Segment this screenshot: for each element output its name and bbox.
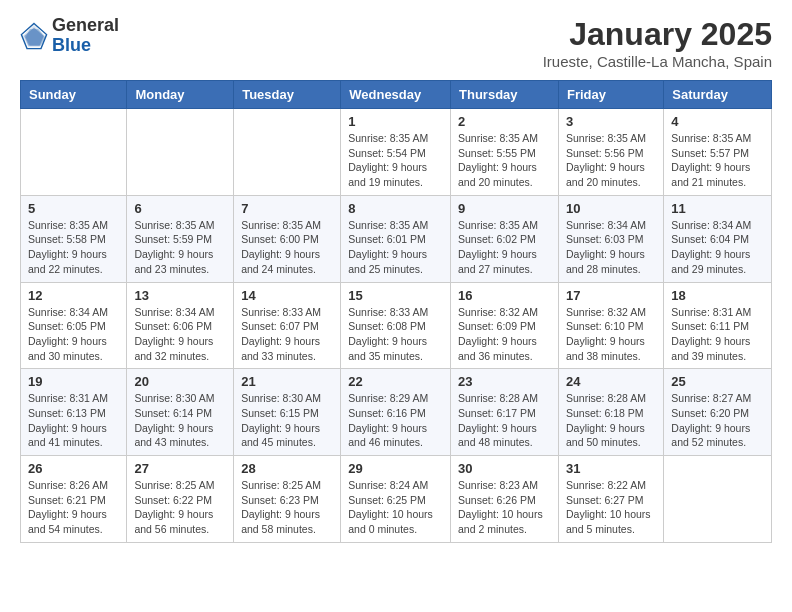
calendar-cell: 28Sunrise: 8:25 AM Sunset: 6:23 PM Dayli…: [234, 456, 341, 543]
weekday-header-monday: Monday: [127, 81, 234, 109]
calendar-cell: 31Sunrise: 8:22 AM Sunset: 6:27 PM Dayli…: [558, 456, 663, 543]
day-number: 21: [241, 374, 333, 389]
day-number: 15: [348, 288, 443, 303]
calendar-cell: 12Sunrise: 8:34 AM Sunset: 6:05 PM Dayli…: [21, 282, 127, 369]
day-info: Sunrise: 8:34 AM Sunset: 6:03 PM Dayligh…: [566, 218, 656, 277]
day-number: 1: [348, 114, 443, 129]
calendar-cell: 19Sunrise: 8:31 AM Sunset: 6:13 PM Dayli…: [21, 369, 127, 456]
page: General Blue January 2025 Irueste, Casti…: [0, 0, 792, 563]
day-info: Sunrise: 8:31 AM Sunset: 6:13 PM Dayligh…: [28, 391, 119, 450]
title-block: January 2025 Irueste, Castille-La Mancha…: [543, 16, 772, 70]
calendar-cell: 21Sunrise: 8:30 AM Sunset: 6:15 PM Dayli…: [234, 369, 341, 456]
calendar-cell: 8Sunrise: 8:35 AM Sunset: 6:01 PM Daylig…: [341, 195, 451, 282]
day-info: Sunrise: 8:35 AM Sunset: 5:55 PM Dayligh…: [458, 131, 551, 190]
calendar-cell: [234, 109, 341, 196]
day-info: Sunrise: 8:30 AM Sunset: 6:15 PM Dayligh…: [241, 391, 333, 450]
calendar-cell: 22Sunrise: 8:29 AM Sunset: 6:16 PM Dayli…: [341, 369, 451, 456]
weekday-header-row: SundayMondayTuesdayWednesdayThursdayFrid…: [21, 81, 772, 109]
day-info: Sunrise: 8:35 AM Sunset: 6:00 PM Dayligh…: [241, 218, 333, 277]
day-number: 5: [28, 201, 119, 216]
day-number: 14: [241, 288, 333, 303]
calendar-cell: 20Sunrise: 8:30 AM Sunset: 6:14 PM Dayli…: [127, 369, 234, 456]
calendar-cell: 15Sunrise: 8:33 AM Sunset: 6:08 PM Dayli…: [341, 282, 451, 369]
day-number: 25: [671, 374, 764, 389]
day-info: Sunrise: 8:30 AM Sunset: 6:14 PM Dayligh…: [134, 391, 226, 450]
calendar-cell: 2Sunrise: 8:35 AM Sunset: 5:55 PM Daylig…: [451, 109, 559, 196]
calendar-cell: 10Sunrise: 8:34 AM Sunset: 6:03 PM Dayli…: [558, 195, 663, 282]
day-info: Sunrise: 8:34 AM Sunset: 6:06 PM Dayligh…: [134, 305, 226, 364]
calendar-cell: 4Sunrise: 8:35 AM Sunset: 5:57 PM Daylig…: [664, 109, 772, 196]
calendar-cell: 13Sunrise: 8:34 AM Sunset: 6:06 PM Dayli…: [127, 282, 234, 369]
day-number: 31: [566, 461, 656, 476]
day-number: 11: [671, 201, 764, 216]
calendar-cell: 24Sunrise: 8:28 AM Sunset: 6:18 PM Dayli…: [558, 369, 663, 456]
calendar-week-row: 26Sunrise: 8:26 AM Sunset: 6:21 PM Dayli…: [21, 456, 772, 543]
calendar-cell: 9Sunrise: 8:35 AM Sunset: 6:02 PM Daylig…: [451, 195, 559, 282]
day-info: Sunrise: 8:27 AM Sunset: 6:20 PM Dayligh…: [671, 391, 764, 450]
day-number: 8: [348, 201, 443, 216]
day-number: 19: [28, 374, 119, 389]
calendar-cell: 17Sunrise: 8:32 AM Sunset: 6:10 PM Dayli…: [558, 282, 663, 369]
day-number: 22: [348, 374, 443, 389]
day-info: Sunrise: 8:24 AM Sunset: 6:25 PM Dayligh…: [348, 478, 443, 537]
calendar-cell: 18Sunrise: 8:31 AM Sunset: 6:11 PM Dayli…: [664, 282, 772, 369]
day-info: Sunrise: 8:26 AM Sunset: 6:21 PM Dayligh…: [28, 478, 119, 537]
day-info: Sunrise: 8:35 AM Sunset: 6:01 PM Dayligh…: [348, 218, 443, 277]
day-info: Sunrise: 8:35 AM Sunset: 5:58 PM Dayligh…: [28, 218, 119, 277]
calendar-cell: 16Sunrise: 8:32 AM Sunset: 6:09 PM Dayli…: [451, 282, 559, 369]
calendar-cell: 14Sunrise: 8:33 AM Sunset: 6:07 PM Dayli…: [234, 282, 341, 369]
calendar-cell: 30Sunrise: 8:23 AM Sunset: 6:26 PM Dayli…: [451, 456, 559, 543]
day-number: 27: [134, 461, 226, 476]
day-number: 20: [134, 374, 226, 389]
day-info: Sunrise: 8:33 AM Sunset: 6:07 PM Dayligh…: [241, 305, 333, 364]
calendar-cell: [664, 456, 772, 543]
calendar-cell: 1Sunrise: 8:35 AM Sunset: 5:54 PM Daylig…: [341, 109, 451, 196]
day-number: 29: [348, 461, 443, 476]
day-info: Sunrise: 8:32 AM Sunset: 6:10 PM Dayligh…: [566, 305, 656, 364]
day-info: Sunrise: 8:32 AM Sunset: 6:09 PM Dayligh…: [458, 305, 551, 364]
day-number: 7: [241, 201, 333, 216]
calendar-cell: 5Sunrise: 8:35 AM Sunset: 5:58 PM Daylig…: [21, 195, 127, 282]
day-info: Sunrise: 8:35 AM Sunset: 5:57 PM Dayligh…: [671, 131, 764, 190]
day-number: 4: [671, 114, 764, 129]
day-number: 30: [458, 461, 551, 476]
day-number: 18: [671, 288, 764, 303]
day-info: Sunrise: 8:35 AM Sunset: 6:02 PM Dayligh…: [458, 218, 551, 277]
logo-blue-text: Blue: [52, 36, 119, 56]
day-info: Sunrise: 8:25 AM Sunset: 6:23 PM Dayligh…: [241, 478, 333, 537]
day-info: Sunrise: 8:35 AM Sunset: 5:59 PM Dayligh…: [134, 218, 226, 277]
logo: General Blue: [20, 16, 119, 56]
calendar-cell: 25Sunrise: 8:27 AM Sunset: 6:20 PM Dayli…: [664, 369, 772, 456]
weekday-header-sunday: Sunday: [21, 81, 127, 109]
day-number: 13: [134, 288, 226, 303]
calendar-week-row: 1Sunrise: 8:35 AM Sunset: 5:54 PM Daylig…: [21, 109, 772, 196]
calendar-cell: 7Sunrise: 8:35 AM Sunset: 6:00 PM Daylig…: [234, 195, 341, 282]
day-info: Sunrise: 8:35 AM Sunset: 5:56 PM Dayligh…: [566, 131, 656, 190]
calendar-cell: [21, 109, 127, 196]
month-title: January 2025: [543, 16, 772, 53]
calendar-cell: 23Sunrise: 8:28 AM Sunset: 6:17 PM Dayli…: [451, 369, 559, 456]
day-number: 16: [458, 288, 551, 303]
day-info: Sunrise: 8:28 AM Sunset: 6:18 PM Dayligh…: [566, 391, 656, 450]
day-number: 10: [566, 201, 656, 216]
day-info: Sunrise: 8:33 AM Sunset: 6:08 PM Dayligh…: [348, 305, 443, 364]
calendar-cell: 26Sunrise: 8:26 AM Sunset: 6:21 PM Dayli…: [21, 456, 127, 543]
logo-icon: [20, 22, 48, 50]
calendar-cell: 6Sunrise: 8:35 AM Sunset: 5:59 PM Daylig…: [127, 195, 234, 282]
calendar-cell: 3Sunrise: 8:35 AM Sunset: 5:56 PM Daylig…: [558, 109, 663, 196]
day-info: Sunrise: 8:34 AM Sunset: 6:04 PM Dayligh…: [671, 218, 764, 277]
weekday-header-friday: Friday: [558, 81, 663, 109]
weekday-header-tuesday: Tuesday: [234, 81, 341, 109]
logo-text: General Blue: [52, 16, 119, 56]
day-number: 23: [458, 374, 551, 389]
day-info: Sunrise: 8:35 AM Sunset: 5:54 PM Dayligh…: [348, 131, 443, 190]
calendar-cell: 27Sunrise: 8:25 AM Sunset: 6:22 PM Dayli…: [127, 456, 234, 543]
calendar-week-row: 5Sunrise: 8:35 AM Sunset: 5:58 PM Daylig…: [21, 195, 772, 282]
logo-general-text: General: [52, 16, 119, 36]
day-number: 24: [566, 374, 656, 389]
location-title: Irueste, Castille-La Mancha, Spain: [543, 53, 772, 70]
weekday-header-wednesday: Wednesday: [341, 81, 451, 109]
header: General Blue January 2025 Irueste, Casti…: [20, 16, 772, 70]
day-number: 6: [134, 201, 226, 216]
calendar-cell: [127, 109, 234, 196]
